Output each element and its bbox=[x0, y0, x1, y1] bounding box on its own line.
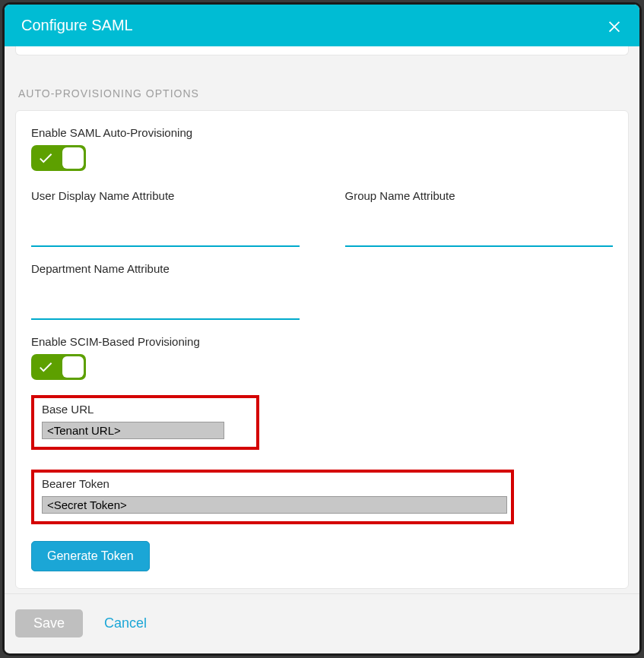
enable-scim-label: Enable SCIM-Based Provisioning bbox=[31, 335, 613, 348]
save-button[interactable]: Save bbox=[15, 609, 83, 637]
enable-scim-field: Enable SCIM-Based Provisioning bbox=[31, 335, 613, 380]
toggle-knob bbox=[62, 147, 84, 169]
base-url-value[interactable] bbox=[42, 422, 224, 439]
modal-dialog: Configure SAML AUTO-PROVISIONING OPTIONS… bbox=[2, 2, 642, 656]
modal-footer: Save Cancel bbox=[5, 593, 639, 653]
check-icon bbox=[37, 359, 54, 375]
user-display-name-label: User Display Name Attribute bbox=[31, 189, 300, 202]
group-name-input[interactable] bbox=[345, 222, 614, 247]
department-field: Department Name Attribute bbox=[31, 262, 300, 320]
enable-saml-field: Enable SAML Auto-Provisioning bbox=[31, 126, 613, 171]
enable-saml-toggle[interactable] bbox=[31, 145, 86, 171]
check-icon bbox=[37, 150, 54, 166]
department-input[interactable] bbox=[31, 295, 300, 320]
close-icon[interactable] bbox=[606, 17, 623, 34]
previous-card-edge bbox=[15, 46, 629, 55]
modal-body[interactable]: AUTO-PROVISIONING OPTIONS Enable SAML Au… bbox=[5, 46, 639, 593]
enable-saml-label: Enable SAML Auto-Provisioning bbox=[31, 126, 613, 139]
cancel-button[interactable]: Cancel bbox=[104, 615, 147, 631]
group-name-field: Group Name Attribute bbox=[345, 189, 614, 247]
toggle-knob bbox=[62, 356, 84, 378]
section-title-auto-provisioning: AUTO-PROVISIONING OPTIONS bbox=[15, 55, 629, 110]
department-label: Department Name Attribute bbox=[31, 262, 300, 275]
modal-title: Configure SAML bbox=[21, 17, 133, 34]
base-url-highlight: Base URL bbox=[31, 395, 259, 450]
group-name-label: Group Name Attribute bbox=[345, 189, 614, 202]
user-display-name-field: User Display Name Attribute bbox=[31, 189, 300, 247]
bearer-token-highlight: Bearer Token bbox=[31, 470, 514, 524]
modal-header: Configure SAML bbox=[5, 5, 639, 46]
base-url-label: Base URL bbox=[42, 403, 249, 416]
auto-provisioning-card: Enable SAML Auto-Provisioning User Displ… bbox=[15, 110, 629, 589]
bearer-token-label: Bearer Token bbox=[42, 477, 503, 490]
bearer-token-value[interactable] bbox=[42, 496, 507, 514]
user-display-name-input[interactable] bbox=[31, 222, 300, 247]
generate-token-button[interactable]: Generate Token bbox=[31, 541, 150, 571]
enable-scim-toggle[interactable] bbox=[31, 354, 86, 380]
